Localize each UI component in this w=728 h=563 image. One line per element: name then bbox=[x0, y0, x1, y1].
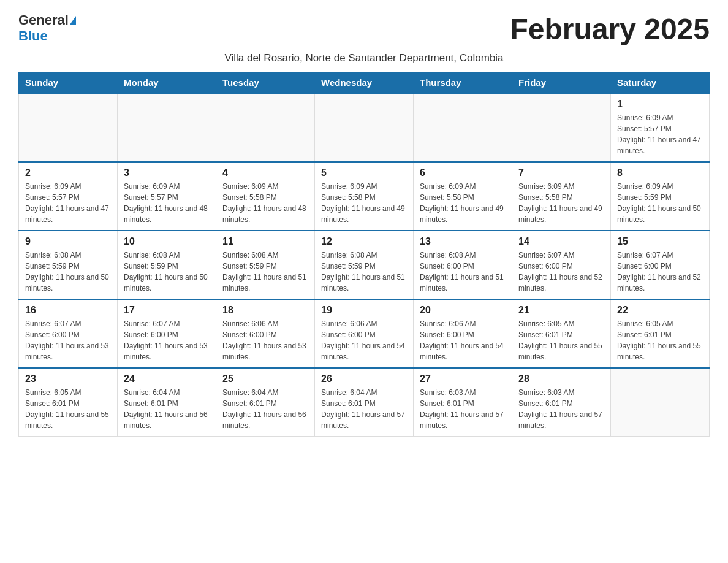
calendar-cell: 21Sunrise: 6:05 AMSunset: 6:01 PMDayligh… bbox=[512, 299, 611, 368]
day-number: 25 bbox=[222, 373, 308, 385]
day-number: 7 bbox=[518, 167, 604, 178]
calendar-cell: 16Sunrise: 6:07 AMSunset: 6:00 PMDayligh… bbox=[19, 299, 118, 368]
day-info: Sunrise: 6:03 AMSunset: 6:01 PMDaylight:… bbox=[518, 387, 604, 431]
month-title: February 2025 bbox=[510, 12, 710, 46]
day-of-week-header: Tuesday bbox=[216, 72, 315, 94]
logo-general-text: General bbox=[18, 12, 69, 28]
day-info: Sunrise: 6:08 AMSunset: 5:59 PMDaylight:… bbox=[124, 250, 210, 294]
day-info: Sunrise: 6:06 AMSunset: 6:00 PMDaylight:… bbox=[321, 318, 407, 362]
day-number: 5 bbox=[321, 167, 407, 178]
calendar-table: SundayMondayTuesdayWednesdayThursdayFrid… bbox=[18, 72, 710, 437]
calendar-cell: 1Sunrise: 6:09 AMSunset: 5:57 PMDaylight… bbox=[611, 93, 710, 162]
day-number: 3 bbox=[124, 167, 210, 178]
day-number: 15 bbox=[617, 236, 703, 247]
day-number: 27 bbox=[420, 373, 506, 385]
day-number: 24 bbox=[124, 373, 210, 385]
day-of-week-header: Wednesday bbox=[315, 72, 414, 94]
day-number: 4 bbox=[222, 167, 308, 178]
calendar-week-row: 9Sunrise: 6:08 AMSunset: 5:59 PMDaylight… bbox=[19, 231, 710, 299]
calendar-cell: 19Sunrise: 6:06 AMSunset: 6:00 PMDayligh… bbox=[315, 299, 414, 368]
calendar-week-row: 1Sunrise: 6:09 AMSunset: 5:57 PMDaylight… bbox=[19, 93, 710, 162]
day-number: 8 bbox=[617, 167, 703, 178]
day-info: Sunrise: 6:09 AMSunset: 5:57 PMDaylight:… bbox=[25, 181, 111, 225]
calendar-header-row: SundayMondayTuesdayWednesdayThursdayFrid… bbox=[19, 72, 710, 94]
day-info: Sunrise: 6:06 AMSunset: 6:00 PMDaylight:… bbox=[222, 318, 308, 362]
calendar-cell: 18Sunrise: 6:06 AMSunset: 6:00 PMDayligh… bbox=[216, 299, 315, 368]
day-of-week-header: Saturday bbox=[611, 72, 710, 94]
calendar-cell: 10Sunrise: 6:08 AMSunset: 5:59 PMDayligh… bbox=[118, 231, 216, 299]
calendar-cell: 22Sunrise: 6:05 AMSunset: 6:01 PMDayligh… bbox=[611, 299, 710, 368]
day-number: 1 bbox=[617, 99, 703, 110]
day-info: Sunrise: 6:09 AMSunset: 5:57 PMDaylight:… bbox=[617, 112, 703, 156]
calendar-cell bbox=[414, 93, 512, 162]
day-info: Sunrise: 6:07 AMSunset: 6:00 PMDaylight:… bbox=[617, 250, 703, 294]
day-number: 11 bbox=[222, 236, 308, 247]
day-info: Sunrise: 6:03 AMSunset: 6:01 PMDaylight:… bbox=[420, 387, 506, 431]
calendar-cell bbox=[216, 93, 315, 162]
day-info: Sunrise: 6:07 AMSunset: 6:00 PMDaylight:… bbox=[518, 250, 604, 294]
day-of-week-header: Monday bbox=[118, 72, 216, 94]
day-number: 23 bbox=[25, 373, 111, 385]
calendar-cell: 14Sunrise: 6:07 AMSunset: 6:00 PMDayligh… bbox=[512, 231, 611, 299]
day-of-week-header: Friday bbox=[512, 72, 611, 94]
day-info: Sunrise: 6:07 AMSunset: 6:00 PMDaylight:… bbox=[124, 318, 210, 362]
day-info: Sunrise: 6:09 AMSunset: 5:58 PMDaylight:… bbox=[321, 181, 407, 225]
day-number: 22 bbox=[617, 305, 703, 316]
subtitle: Villa del Rosario, Norte de Santander De… bbox=[18, 52, 710, 64]
calendar-week-row: 2Sunrise: 6:09 AMSunset: 5:57 PMDaylight… bbox=[19, 162, 710, 231]
calendar-cell: 7Sunrise: 6:09 AMSunset: 5:58 PMDaylight… bbox=[512, 162, 611, 231]
day-info: Sunrise: 6:04 AMSunset: 6:01 PMDaylight:… bbox=[321, 387, 407, 431]
calendar-cell: 9Sunrise: 6:08 AMSunset: 5:59 PMDaylight… bbox=[19, 231, 118, 299]
day-info: Sunrise: 6:05 AMSunset: 6:01 PMDaylight:… bbox=[25, 387, 111, 431]
day-number: 26 bbox=[321, 373, 407, 385]
calendar-cell: 2Sunrise: 6:09 AMSunset: 5:57 PMDaylight… bbox=[19, 162, 118, 231]
day-info: Sunrise: 6:05 AMSunset: 6:01 PMDaylight:… bbox=[518, 318, 604, 362]
calendar-cell: 11Sunrise: 6:08 AMSunset: 5:59 PMDayligh… bbox=[216, 231, 315, 299]
day-number: 2 bbox=[25, 167, 111, 178]
calendar-cell: 8Sunrise: 6:09 AMSunset: 5:59 PMDaylight… bbox=[611, 162, 710, 231]
day-info: Sunrise: 6:09 AMSunset: 5:58 PMDaylight:… bbox=[518, 181, 604, 225]
page-header: General Blue February 2025 bbox=[18, 12, 710, 46]
calendar-cell bbox=[611, 368, 710, 437]
day-of-week-header: Thursday bbox=[414, 72, 512, 94]
day-number: 6 bbox=[420, 167, 506, 178]
day-info: Sunrise: 6:08 AMSunset: 5:59 PMDaylight:… bbox=[222, 250, 308, 294]
day-number: 28 bbox=[518, 373, 604, 385]
day-info: Sunrise: 6:09 AMSunset: 5:58 PMDaylight:… bbox=[420, 181, 506, 225]
day-info: Sunrise: 6:04 AMSunset: 6:01 PMDaylight:… bbox=[222, 387, 308, 431]
calendar-cell bbox=[19, 93, 118, 162]
calendar-cell: 24Sunrise: 6:04 AMSunset: 6:01 PMDayligh… bbox=[118, 368, 216, 437]
logo-triangle-icon bbox=[70, 16, 76, 25]
day-info: Sunrise: 6:09 AMSunset: 5:57 PMDaylight:… bbox=[124, 181, 210, 225]
day-info: Sunrise: 6:08 AMSunset: 5:59 PMDaylight:… bbox=[321, 250, 407, 294]
calendar-cell: 12Sunrise: 6:08 AMSunset: 5:59 PMDayligh… bbox=[315, 231, 414, 299]
day-info: Sunrise: 6:07 AMSunset: 6:00 PMDaylight:… bbox=[25, 318, 111, 362]
day-number: 20 bbox=[420, 305, 506, 316]
calendar-cell bbox=[512, 93, 611, 162]
day-number: 12 bbox=[321, 236, 407, 247]
day-info: Sunrise: 6:06 AMSunset: 6:00 PMDaylight:… bbox=[420, 318, 506, 362]
calendar-cell: 6Sunrise: 6:09 AMSunset: 5:58 PMDaylight… bbox=[414, 162, 512, 231]
calendar-cell: 4Sunrise: 6:09 AMSunset: 5:58 PMDaylight… bbox=[216, 162, 315, 231]
calendar-cell bbox=[118, 93, 216, 162]
calendar-cell: 23Sunrise: 6:05 AMSunset: 6:01 PMDayligh… bbox=[19, 368, 118, 437]
day-number: 21 bbox=[518, 305, 604, 316]
day-number: 18 bbox=[222, 305, 308, 316]
day-number: 10 bbox=[124, 236, 210, 247]
day-info: Sunrise: 6:09 AMSunset: 5:58 PMDaylight:… bbox=[222, 181, 308, 225]
day-number: 13 bbox=[420, 236, 506, 247]
day-info: Sunrise: 6:04 AMSunset: 6:01 PMDaylight:… bbox=[124, 387, 210, 431]
day-number: 14 bbox=[518, 236, 604, 247]
calendar-cell: 13Sunrise: 6:08 AMSunset: 6:00 PMDayligh… bbox=[414, 231, 512, 299]
calendar-week-row: 23Sunrise: 6:05 AMSunset: 6:01 PMDayligh… bbox=[19, 368, 710, 437]
logo: General Blue bbox=[18, 12, 76, 44]
calendar-cell: 5Sunrise: 6:09 AMSunset: 5:58 PMDaylight… bbox=[315, 162, 414, 231]
logo-blue-text: Blue bbox=[18, 28, 48, 44]
calendar-cell bbox=[315, 93, 414, 162]
calendar-cell: 25Sunrise: 6:04 AMSunset: 6:01 PMDayligh… bbox=[216, 368, 315, 437]
calendar-cell: 27Sunrise: 6:03 AMSunset: 6:01 PMDayligh… bbox=[414, 368, 512, 437]
calendar-week-row: 16Sunrise: 6:07 AMSunset: 6:00 PMDayligh… bbox=[19, 299, 710, 368]
calendar-cell: 15Sunrise: 6:07 AMSunset: 6:00 PMDayligh… bbox=[611, 231, 710, 299]
calendar-cell: 26Sunrise: 6:04 AMSunset: 6:01 PMDayligh… bbox=[315, 368, 414, 437]
day-info: Sunrise: 6:05 AMSunset: 6:01 PMDaylight:… bbox=[617, 318, 703, 362]
